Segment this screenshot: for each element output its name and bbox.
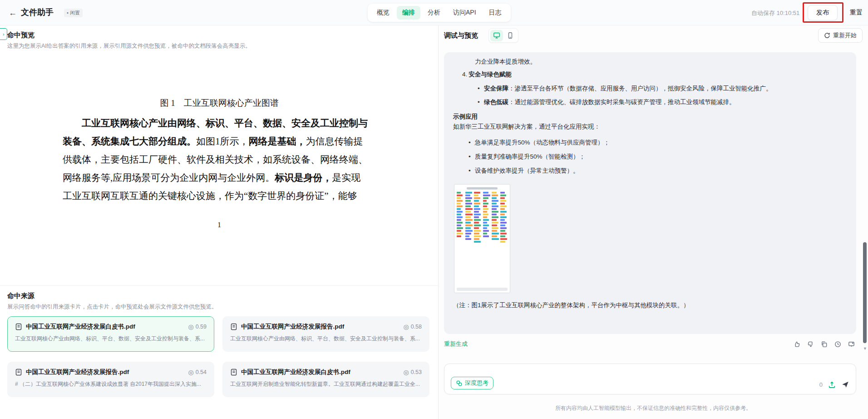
thumbs-up-icon[interactable] [792, 339, 802, 349]
message-note: （注：图1展示了工业互联网核心产业的整体架构，平台作为中枢与其他模块的关联。） [453, 300, 847, 310]
status-badge: • 闲置 [64, 9, 83, 17]
assistant-message: 力企业降本提质增效。 4.安全与绿色赋能 安全保障：渗透至平台各环节（数据存储、… [444, 52, 856, 334]
doc-text-run: 是实现 [332, 172, 360, 183]
source-card[interactable]: 中国工业互联网产业经济发展报告.pdf ◎0.54 # （二）工业互联网核心产业… [7, 362, 214, 397]
deep-think-toggle[interactable]: 深度思考 [451, 377, 493, 389]
tab-overview[interactable]: 概览 [371, 6, 395, 20]
panel-expand-button[interactable]: › [0, 28, 7, 40]
relevance-score: 0.59 [196, 324, 207, 330]
tab-analysis[interactable]: 分析 [422, 6, 446, 20]
document-icon [230, 369, 237, 376]
example-bullet: 质量复判准确率提升50%（智能检测）； [475, 152, 847, 162]
source-snippet: 工业互联网核心产业由网络、标识、平台、数据、安全及工业控制与装备、系... [15, 335, 207, 343]
source-card[interactable]: 中国工业互联网产业经济发展白皮书.pdf ◎0.59 工业互联网核心产业由网络、… [7, 316, 214, 352]
char-count: 0 [819, 381, 823, 388]
example-intro: 如新华三工业互联网解决方案，通过平台化应用实现： [453, 122, 847, 132]
bullet-bold: 安全保障 [484, 85, 508, 92]
top-header: ← 文件助手 • 闲置 概览 编排 分析 访问API 日志 自动保存 10:10… [0, 0, 868, 25]
regenerate-link[interactable]: 重新生成 [444, 340, 468, 348]
source-file-name: 中国工业互联网产业经济发展白皮书.pdf [241, 368, 399, 376]
chevron-right-icon: › [3, 31, 5, 37]
chat-input[interactable]: 深度思考 0 [444, 364, 856, 394]
relevance-icon: ◎ [403, 369, 409, 376]
back-button[interactable]: ← [6, 6, 19, 19]
device-toggle [488, 28, 518, 43]
document-icon [230, 323, 237, 330]
history-icon[interactable] [833, 339, 843, 349]
divider [0, 285, 439, 286]
relevance-icon: ◎ [188, 369, 193, 376]
scrollbar[interactable]: ▼ [863, 25, 867, 394]
hit-sources-title: 命中来源 [7, 292, 352, 300]
figure-caption: 图 1 工业互联网核心产业图谱 [0, 97, 439, 109]
autosave-status: 自动保存 10:10:51 [751, 9, 799, 17]
page-title: 文件助手 [21, 7, 54, 18]
hit-sources-subtitle: 展示问答命中的引用来源卡片，点击卡片，命中预览处会展示文件源文件供您预览。 [7, 303, 352, 311]
example-bullet: 急单满足率提升50%（动态物料与供应商管理）； [475, 138, 847, 148]
thumbs-down-icon[interactable] [805, 339, 815, 349]
bullet-bold: 绿色低碳 [484, 99, 508, 105]
doc-page-number: 1 [0, 221, 439, 229]
monitor-icon [493, 32, 500, 39]
phone-icon [507, 32, 514, 39]
bullet-text: ：渗透至平台各环节（数据存储、应用服务、用户访问），抵御安全风险，保障工业智能化… [508, 85, 772, 92]
debug-preview-title: 调试与预览 [444, 31, 478, 40]
document-icon [15, 323, 22, 330]
deep-think-label: 深度思考 [465, 379, 488, 387]
doc-text-run: 如图1所示， [196, 136, 249, 147]
upload-icon[interactable] [828, 381, 836, 389]
doc-text-run: 网络是基础， [249, 136, 306, 146]
refresh-icon [824, 32, 830, 39]
read-aloud-icon[interactable] [846, 339, 856, 349]
source-snippet: 工业互联网开启制造业智能化转型新篇章。工业互联网通过构建起覆盖工业全... [230, 380, 422, 388]
example-title: 示例应用 [453, 112, 847, 122]
source-file-name: 中国工业互联网产业经济发展白皮书.pdf [26, 323, 184, 331]
desktop-view-button[interactable] [490, 30, 503, 41]
relevance-score: 0.53 [411, 369, 422, 375]
hit-preview-subtitle: 这里为您展示AI给出答案的引用来源，展示引用源文件供您预览，被命中的文档段落会高… [7, 42, 325, 50]
source-snippet: 工业互联网核心产业由网络、标识、平台、数据、安全及工业控制与装备、系... [230, 335, 422, 343]
list-number: 4. [462, 71, 467, 78]
tab-orchestrate[interactable]: 编排 [397, 6, 420, 20]
scroll-down-icon[interactable]: ▼ [863, 346, 867, 351]
reset-button[interactable]: 重置 [844, 5, 868, 20]
figure-thumbnail-image[interactable] [454, 184, 510, 293]
mobile-view-button[interactable] [504, 30, 517, 41]
source-file-name: 中国工业互联网产业经济发展报告.pdf [26, 368, 184, 376]
doc-text-run: 工业互联网核心产业由网络、标识、平台、数据、安全及工业控制与 [82, 118, 368, 128]
example-bullet: 设备维护效率提升（异常主动预警）。 [475, 166, 847, 176]
source-snippet: # （二）工业互联网核心产业体系建设成效显著 自2017年我国提出深入实施... [15, 380, 207, 388]
message-text: 力企业降本提质增效。 [475, 57, 847, 67]
doc-text-run: 网络服务等,应用场景可分为企业内网与企业外网。 [63, 172, 275, 183]
restart-button[interactable]: 重新开始 [818, 28, 863, 43]
list-item-title: 安全与绿色赋能 [469, 71, 512, 78]
doc-text-run: 工业互联网互联互通的关键核心设施，作为“数字世界的身份证”，能够 [63, 190, 357, 201]
doc-text-run: 装备、系统集成七大部分组成。 [63, 136, 196, 146]
document-preview[interactable]: 图 1 工业互联网核心产业图谱 工业互联网核心产业由网络、标识、平台、数据、安全… [0, 66, 439, 280]
relevance-score: 0.58 [411, 324, 422, 330]
deep-think-icon [456, 380, 463, 387]
send-icon[interactable] [841, 380, 849, 389]
tab-api[interactable]: 访问API [448, 6, 482, 20]
source-card[interactable]: 中国工业互联网产业经济发展白皮书.pdf ◎0.53 工业互联网开启制造业智能化… [222, 362, 429, 397]
source-card[interactable]: 中国工业互联网产业经济发展报告.pdf ◎0.58 工业互联网核心产业由网络、标… [222, 316, 429, 352]
ai-disclaimer: 所有内容均由人工智能模型输出，不保证信息的准确性和完整性，内容仅供参考。 [439, 404, 868, 412]
copy-icon[interactable] [819, 339, 829, 349]
restart-label: 重新开始 [833, 31, 857, 40]
hit-preview-title: 命中预览 [7, 31, 325, 40]
main-tabs: 概览 编排 分析 访问API 日志 [368, 4, 511, 22]
scrollbar-thumb[interactable] [863, 242, 867, 343]
document-icon [15, 369, 22, 376]
debug-preview-panel: 调试与预览 重新开始 力企业降本提质增效。 4.安全与绿色赋能 安全保障：渗透至… [439, 25, 868, 419]
doc-text-run: 标识是身份， [275, 172, 332, 183]
source-cards: 中国工业互联网产业经济发展白皮书.pdf ◎0.59 工业互联网核心产业由网络、… [7, 316, 431, 397]
relevance-score: 0.54 [196, 369, 207, 375]
source-file-name: 中国工业互联网产业经济发展报告.pdf [241, 323, 399, 331]
hit-preview-panel: › 命中预览 这里为您展示AI给出答案的引用来源，展示引用源文件供您预览，被命中… [0, 25, 439, 419]
tab-logs[interactable]: 日志 [483, 6, 507, 20]
relevance-icon: ◎ [403, 323, 409, 330]
publish-button[interactable]: 发布 [808, 5, 838, 20]
relevance-icon: ◎ [188, 323, 193, 330]
doc-text-run: 为信息传输提 [306, 136, 363, 147]
bullet-text: ：通过能源管理优化、碳排放数据实时采集与碳资产管理，推动工业领域节能减排。 [508, 99, 735, 105]
